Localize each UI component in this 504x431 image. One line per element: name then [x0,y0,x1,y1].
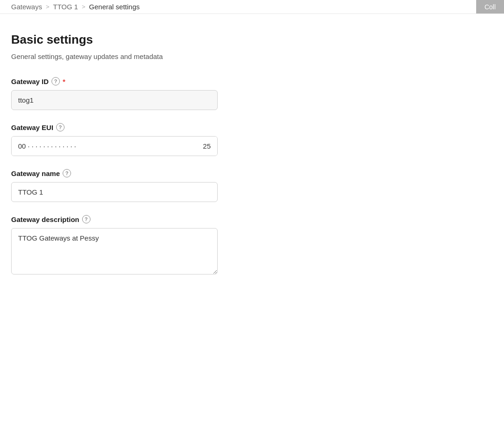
gateway-name-input[interactable] [11,182,218,202]
gateway-name-help-icon[interactable]: ? [63,169,71,177]
gateway-eui-suffix: 25 [196,137,217,156]
breadcrumb: Gateways > TTOG 1 > General settings Col… [0,0,504,14]
gateway-name-label: Gateway name ? [11,169,407,177]
gateway-eui-field-group: Gateway EUI ? 25 [11,123,407,156]
gateway-eui-label: Gateway EUI ? [11,123,407,131]
gateway-eui-label-text: Gateway EUI [11,124,53,131]
gateway-eui-input[interactable] [12,137,196,156]
gateway-id-help-icon[interactable]: ? [52,77,60,85]
breadcrumb-gateways[interactable]: Gateways [11,3,42,11]
gateway-name-label-text: Gateway name [11,170,60,177]
gateway-id-label-text: Gateway ID [11,78,49,85]
section-title: Basic settings [11,33,407,47]
main-content: Basic settings General settings, gateway… [0,14,418,308]
gateway-id-required-star: * [63,78,65,85]
gateway-description-textarea[interactable]: TTOG Gateways at Pessy [11,228,218,274]
gateway-eui-input-wrapper: 25 [11,136,218,156]
gateway-description-label: Gateway description ? [11,215,407,223]
gateway-eui-help-icon[interactable]: ? [56,123,65,131]
gateway-id-input[interactable] [11,90,218,110]
breadcrumb-ttog1[interactable]: TTOG 1 [53,3,78,11]
gateway-id-field-group: Gateway ID ? * [11,77,407,110]
gateway-id-label: Gateway ID ? * [11,77,407,85]
gateway-name-field-group: Gateway name ? [11,169,407,202]
breadcrumb-separator-1: > [46,3,50,10]
section-subtitle: General settings, gateway updates and me… [11,52,407,60]
breadcrumb-separator-2: > [82,3,85,10]
gateway-description-help-icon[interactable]: ? [82,215,90,223]
gateway-description-field-group: Gateway description ? TTOG Gateways at P… [11,215,407,276]
collapse-button[interactable]: Coll [476,0,504,13]
gateway-description-label-text: Gateway description [11,216,79,223]
breadcrumb-current: General settings [89,3,140,11]
